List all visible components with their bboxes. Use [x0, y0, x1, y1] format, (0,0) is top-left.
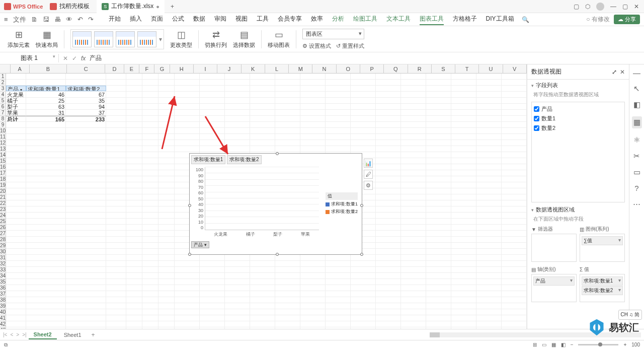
- col-header[interactable]: L: [265, 64, 289, 73]
- cell[interactable]: [351, 327, 376, 329]
- cell[interactable]: [66, 74, 106, 79]
- cell[interactable]: [106, 225, 126, 230]
- row-header[interactable]: 30: [0, 249, 6, 255]
- cell[interactable]: [476, 158, 502, 164]
- cell[interactable]: [426, 267, 451, 272]
- zoom-in-button[interactable]: +: [623, 342, 626, 347]
- cell[interactable]: [502, 213, 527, 218]
- cell[interactable]: [426, 231, 451, 236]
- cell[interactable]: [502, 267, 527, 272]
- cell[interactable]: [106, 200, 126, 206]
- cell[interactable]: [175, 327, 200, 329]
- cell[interactable]: [6, 152, 26, 158]
- cell[interactable]: [158, 176, 175, 182]
- cell[interactable]: [225, 273, 250, 278]
- cell[interactable]: [200, 128, 225, 133]
- cell[interactable]: [451, 128, 476, 133]
- cell[interactable]: [451, 225, 476, 230]
- cell[interactable]: [250, 110, 275, 115]
- tab-add-button[interactable]: +: [167, 3, 178, 10]
- cell[interactable]: [502, 86, 527, 91]
- cell[interactable]: [401, 327, 426, 329]
- cell[interactable]: [476, 213, 502, 218]
- cell[interactable]: [26, 152, 66, 158]
- cell[interactable]: [126, 104, 142, 109]
- cell[interactable]: [126, 291, 142, 297]
- col-header[interactable]: G: [154, 64, 170, 73]
- cell[interactable]: [326, 98, 351, 103]
- cell[interactable]: [426, 249, 451, 254]
- cell[interactable]: 25: [26, 98, 66, 103]
- row-header[interactable]: 18: [0, 176, 6, 182]
- cell[interactable]: [476, 200, 502, 206]
- cell[interactable]: [66, 231, 106, 236]
- cell[interactable]: [300, 267, 326, 272]
- cell[interactable]: [200, 267, 225, 272]
- cell[interactable]: [476, 231, 502, 236]
- cell[interactable]: [326, 321, 351, 327]
- cell[interactable]: [158, 279, 175, 285]
- cell[interactable]: [502, 74, 527, 79]
- cell[interactable]: [106, 152, 126, 158]
- cell[interactable]: [401, 315, 426, 321]
- cell[interactable]: [175, 261, 200, 266]
- cell[interactable]: [66, 194, 106, 200]
- share-button[interactable]: ☁ 分享: [614, 15, 640, 24]
- cell[interactable]: [275, 134, 300, 139]
- cell[interactable]: [225, 315, 250, 321]
- cell[interactable]: [275, 128, 300, 133]
- cell[interactable]: [250, 92, 275, 97]
- cell[interactable]: 产品 ▾: [6, 86, 26, 91]
- zoom-value[interactable]: 100: [631, 342, 640, 347]
- cell[interactable]: [200, 303, 225, 309]
- cell[interactable]: [502, 255, 527, 260]
- backup-tool-icon[interactable]: ▭: [633, 168, 640, 177]
- row-header[interactable]: 28: [0, 237, 6, 243]
- cell[interactable]: [451, 194, 476, 200]
- cell[interactable]: [66, 327, 106, 329]
- sheet-add-button[interactable]: +: [89, 331, 98, 338]
- cell[interactable]: [401, 206, 426, 212]
- cell[interactable]: [426, 279, 451, 285]
- cell[interactable]: [66, 188, 106, 194]
- cell[interactable]: [126, 321, 142, 327]
- cell[interactable]: [476, 297, 502, 303]
- cell[interactable]: [142, 273, 158, 278]
- cell[interactable]: [158, 152, 175, 158]
- cell[interactable]: [6, 297, 26, 303]
- cell[interactable]: [300, 273, 326, 278]
- cell[interactable]: [106, 92, 126, 97]
- col-header[interactable]: S: [432, 64, 455, 73]
- cell[interactable]: [451, 327, 476, 329]
- window-icon[interactable]: ▢: [574, 3, 579, 10]
- cell[interactable]: [426, 176, 451, 182]
- cell[interactable]: [426, 98, 451, 103]
- cell[interactable]: [351, 291, 376, 297]
- cell[interactable]: [225, 303, 250, 309]
- cell[interactable]: [451, 237, 476, 242]
- cell[interactable]: [451, 104, 476, 109]
- cell[interactable]: [66, 243, 106, 248]
- row-header[interactable]: 24: [0, 213, 6, 219]
- cell[interactable]: [502, 327, 527, 329]
- cell[interactable]: [476, 98, 502, 103]
- cell[interactable]: [476, 92, 502, 97]
- cell[interactable]: [426, 321, 451, 327]
- cell[interactable]: [26, 231, 66, 236]
- cell[interactable]: 苹果: [6, 110, 26, 115]
- cell[interactable]: [158, 255, 175, 260]
- cell[interactable]: 火龙果: [6, 92, 26, 97]
- area-pill[interactable]: ∑值: [582, 236, 623, 245]
- row-header[interactable]: 39: [0, 303, 6, 309]
- cell[interactable]: [376, 231, 401, 236]
- cell[interactable]: [426, 291, 451, 297]
- menu-tab-图表工具[interactable]: 图表工具: [420, 14, 444, 25]
- cell[interactable]: [426, 219, 451, 224]
- cell[interactable]: [401, 291, 426, 297]
- cell[interactable]: [6, 309, 26, 315]
- cell[interactable]: [106, 128, 126, 133]
- cell[interactable]: [250, 98, 275, 103]
- cell[interactable]: [401, 92, 426, 97]
- cell[interactable]: [158, 104, 175, 109]
- cell[interactable]: [106, 219, 126, 224]
